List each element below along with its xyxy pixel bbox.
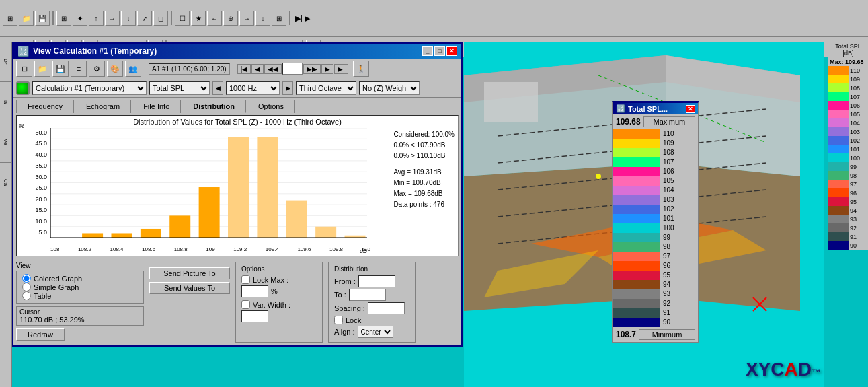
toolbar-btn-1[interactable]: ⊞ [3, 11, 17, 26]
bar-4 [169, 215, 190, 238]
spl-color-label: 107 [660, 157, 674, 167]
weigh-select[interactable]: No (Z) Weigh [359, 81, 420, 95]
nav-prev-fast[interactable]: ◀◀ [264, 64, 282, 74]
spl-color-swatch [613, 205, 660, 214]
options-section: Options Lock Max : 50.00 % Var. Width : … [235, 262, 323, 343]
chart-xlabel: dB [360, 248, 367, 254]
wtb-open[interactable]: 📁 [34, 61, 50, 77]
radio-simple-graph[interactable]: Simple Graph [22, 283, 138, 291]
wtb-color[interactable]: 🎨 [107, 61, 123, 77]
right-legend-swatch [828, 66, 849, 75]
calculation-select[interactable]: Calculation #1 (Temporary) [32, 81, 147, 95]
toolbar-btn-12[interactable]: ★ [191, 11, 206, 26]
stat-min: Min = 108.70dB [393, 178, 455, 188]
right-legend-swatch [828, 110, 849, 118]
lock-max-checkbox[interactable] [241, 275, 250, 284]
to-input[interactable]: 110.00 [349, 289, 386, 301]
radio-colored-input[interactable] [22, 274, 31, 283]
tab-distribution[interactable]: Distribution [182, 100, 246, 113]
toolbar-btn-2[interactable]: 📁 [19, 11, 34, 26]
radio-table[interactable]: Table [22, 291, 138, 300]
spacing-input[interactable]: 0.20 [368, 302, 405, 314]
dist-title: Distribution [334, 265, 409, 273]
frequency-select[interactable]: 1000 Hz [226, 81, 280, 95]
tab-options[interactable]: Options [247, 100, 295, 113]
cursor-title: Cursor [19, 308, 141, 316]
send-values-button[interactable]: Send Values To [149, 282, 230, 294]
wtb-stop[interactable]: ⊟ [16, 61, 32, 77]
var-width-input[interactable]: 0.20 [241, 310, 268, 322]
toolbar-btn-10[interactable]: ◻ [153, 11, 168, 26]
sidebar-item-3[interactable]: ve [0, 122, 11, 163]
wtb-users[interactable]: 👥 [125, 61, 141, 77]
sidebar-item-2[interactable]: la [0, 82, 11, 122]
tab-echogram[interactable]: Echogram [75, 100, 131, 113]
lock-checkbox[interactable] [334, 316, 343, 324]
radio-simple-input[interactable] [22, 283, 31, 291]
toolbar-btn-4[interactable]: ⊞ [56, 11, 71, 26]
radio-colored-graph[interactable]: Colored Graph [22, 274, 138, 283]
spl-select[interactable]: Total SPL [149, 81, 210, 95]
toolbar-btn-11[interactable]: ☐ [175, 11, 190, 26]
sidebar-item-4[interactable]: Ca [0, 163, 11, 203]
toolbar-btn-3[interactable]: 💾 [35, 11, 50, 26]
right-legend-swatch [828, 136, 849, 145]
right-legend-swatch [828, 232, 849, 241]
wtb-list[interactable]: ≡ [71, 61, 87, 77]
octave-select[interactable]: Third Octave [296, 81, 356, 95]
toolbar-btn-5[interactable]: ✦ [73, 11, 87, 26]
minimize-button[interactable]: _ [422, 46, 433, 56]
wtb-gear[interactable]: ⚙ [89, 61, 105, 77]
radio-table-input[interactable] [22, 291, 31, 300]
toolbar-btn-14[interactable]: ⊕ [223, 11, 238, 26]
svg-point-30 [596, 174, 601, 179]
toolbar-btn-9[interactable]: ⤢ [137, 11, 152, 26]
freq-next[interactable]: ▶ [282, 81, 293, 95]
spl-close-button[interactable]: ✕ [686, 105, 695, 113]
sidebar-item-1[interactable]: Dr [0, 42, 11, 82]
align-select[interactable]: Center Left Right [358, 326, 393, 338]
spl-maximum-button[interactable]: Maximum [643, 116, 695, 127]
logo-highlight: A [785, 359, 798, 380]
redraw-button[interactable]: Redraw [16, 328, 65, 341]
right-legend-item: 96 [828, 188, 868, 197]
nav-input[interactable]: 10 [282, 63, 303, 75]
var-width-checkbox[interactable] [241, 300, 250, 309]
bar-2 [111, 233, 132, 238]
spl-color-swatch [613, 186, 660, 195]
logo-text2: D [798, 359, 812, 380]
spl-color-label: 90 [660, 318, 670, 327]
from-input[interactable]: 108.00 [358, 275, 395, 287]
cursor-section: Cursor 110.70 dB ; 53.29% [16, 306, 144, 326]
wtb-person[interactable]: 🚶 [353, 61, 369, 77]
radio-simple-label: Simple Graph [34, 283, 79, 291]
spl-color-swatch [613, 280, 660, 289]
send-picture-button[interactable]: Send Picture To [149, 267, 230, 279]
right-legend-swatch [828, 162, 849, 171]
toolbar-btn-13[interactable]: ← [207, 11, 222, 26]
spl-color-item: 92 [613, 299, 698, 308]
close-button[interactable]: ✕ [446, 46, 457, 56]
toolbar-btn-7[interactable]: → [105, 11, 120, 26]
wtb-save[interactable]: 💾 [52, 61, 69, 77]
nav-next-fast[interactable]: ▶▶ [303, 64, 321, 74]
toolbar-btn-16[interactable]: ↓ [255, 11, 270, 26]
maximize-button[interactable]: □ [434, 46, 445, 56]
nav-next[interactable]: ▶ [321, 64, 333, 74]
stat-considered: Considered: 100.0% [393, 129, 455, 140]
nav-prev[interactable]: ◀ [251, 64, 264, 74]
tab-frequency[interactable]: Frequency [16, 100, 74, 113]
tab-fileinfo[interactable]: File Info [132, 100, 181, 113]
toolbar-btn-17[interactable]: ⊞ [272, 11, 286, 26]
freq-prev[interactable]: ◀ [212, 81, 223, 95]
pct-input[interactable]: 50.00 [241, 285, 268, 297]
toolbar-btn-15[interactable]: → [239, 11, 254, 26]
spl-minimum-button[interactable]: Minimum [639, 329, 695, 340]
spl-color-item: 109 [613, 139, 698, 148]
nav-first[interactable]: |◀ [237, 64, 251, 74]
nav-last[interactable]: ▶| [334, 64, 348, 74]
toolbar-btn-6[interactable]: ↑ [89, 11, 104, 26]
toolbar-btn-8[interactable]: ↓ [121, 11, 136, 26]
distribution-section: Distribution From : 108.00 To : 110.00 S… [328, 262, 416, 343]
spl-color-label: 96 [660, 261, 670, 271]
